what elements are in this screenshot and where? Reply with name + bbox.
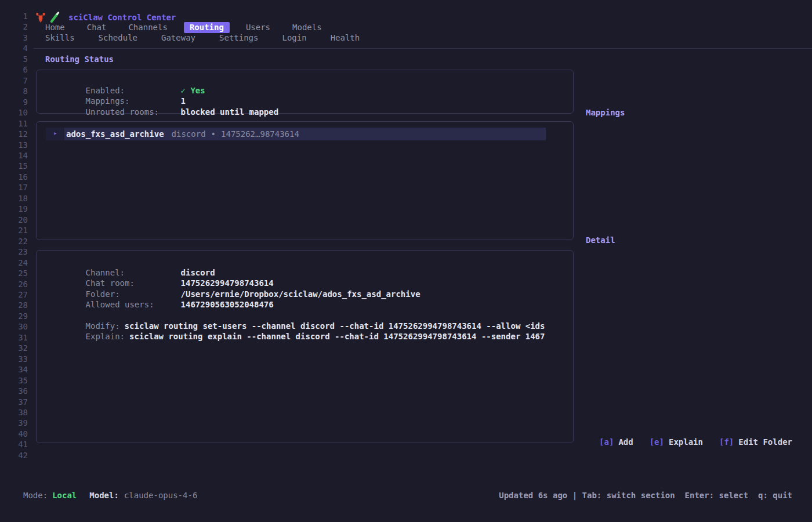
line-number: 21 <box>0 226 28 235</box>
detail-section-label: Detail <box>586 235 615 245</box>
selection-cursor-icon: ‣ <box>46 128 64 140</box>
nav-tab-skills[interactable]: Skills <box>45 32 75 44</box>
line-number: 20 <box>0 216 28 224</box>
nav-tab-chat[interactable]: Chat <box>87 22 107 33</box>
edit-folder-label: Edit Folder <box>738 437 792 447</box>
line-number: 42 <box>0 451 28 460</box>
line-number: 32 <box>0 344 28 353</box>
line-number: 30 <box>0 322 28 331</box>
mapping-name: ados_fxs_asd_archive <box>66 129 164 139</box>
line-number: 33 <box>0 355 28 364</box>
nav-tab-login[interactable]: Login <box>282 32 306 44</box>
line-number: 15 <box>0 162 28 171</box>
line-number: 25 <box>0 269 28 278</box>
line-number: 4 <box>0 44 28 53</box>
line-number: 13 <box>0 141 28 150</box>
nav-tab-health[interactable]: Health <box>331 32 360 44</box>
line-number: 6 <box>0 66 28 74</box>
line-number: 11 <box>0 119 28 128</box>
line-number: 34 <box>0 365 28 374</box>
lobster-icon <box>35 12 46 23</box>
line-number: 37 <box>0 398 28 407</box>
line-number-gutter: 1234567891011121314151617181920212223242… <box>0 0 28 522</box>
detail-box: Channel:discord Chat room:14752629947987… <box>36 250 574 443</box>
line-number: 38 <box>0 408 28 417</box>
mode-label: Mode: <box>23 491 48 500</box>
nav-tab-channels[interactable]: Channels <box>128 22 167 33</box>
add-label: Add <box>618 437 633 447</box>
add-key-hint: [a] <box>599 437 614 447</box>
status-value: blocked until mapped <box>181 107 279 117</box>
nav-row-1: Home Chat Channels Routing Users Models <box>45 22 322 33</box>
line-number: 10 <box>0 108 28 117</box>
line-number: 16 <box>0 173 28 182</box>
nav-divider <box>34 48 812 49</box>
add-button[interactable]: [a]Add <box>599 437 633 447</box>
explain-command-line: Explain:sciclaw routing explain --channe… <box>56 322 545 350</box>
line-number: 3 <box>0 34 28 42</box>
line-number: 29 <box>0 312 28 321</box>
line-number: 41 <box>0 440 28 449</box>
line-number: 26 <box>0 280 28 289</box>
detail-label: Allowed users: <box>86 300 181 309</box>
routing-status-heading: Routing Status <box>45 55 114 64</box>
nav-tab-gateway[interactable]: Gateway <box>161 32 195 44</box>
app-window: 1234567891011121314151617181920212223242… <box>0 0 812 522</box>
line-number: 1 <box>0 12 28 21</box>
line-number: 23 <box>0 248 28 256</box>
nav-tab-users[interactable]: Users <box>246 22 270 33</box>
nav-tab-settings[interactable]: Settings <box>219 32 258 44</box>
mappings-section-label: Mappings <box>586 108 625 117</box>
line-number: 40 <box>0 430 28 438</box>
line-number: 31 <box>0 334 28 342</box>
explain-button[interactable]: [e]Explain <box>650 437 703 447</box>
model-value: claude-opus-4-6 <box>124 491 197 500</box>
line-number: 28 <box>0 301 28 310</box>
status-bar-left: Mode:LocalModel:claude-opus-4-6 <box>23 490 197 501</box>
line-number: 24 <box>0 259 28 267</box>
command-text: sciclaw routing explain --channel discor… <box>129 332 545 341</box>
line-number: 22 <box>0 237 28 246</box>
edit-folder-button[interactable]: [f]Edit Folder <box>719 437 792 447</box>
app-title: sciClaw Control Center <box>68 13 176 22</box>
mapping-id-truncated: 1475262…98743614 <box>221 129 299 139</box>
line-number: 17 <box>0 183 28 192</box>
line-number: 27 <box>0 291 28 299</box>
status-bar: Mode:LocalModel:claude-opus-4-6 Updated … <box>23 490 792 501</box>
line-number: 35 <box>0 376 28 385</box>
nav-row-2: Skills Schedule Gateway Settings Login H… <box>45 32 360 44</box>
line-number: 36 <box>0 387 28 396</box>
line-number: 9 <box>0 98 28 107</box>
mode-value: Local <box>52 491 77 500</box>
line-number: 18 <box>0 194 28 203</box>
line-number: 2 <box>0 23 28 31</box>
routing-status-box: Enabled:✓ Yes Mappings:1 Unrouted rooms:… <box>36 70 574 114</box>
model-label: Model: <box>89 491 119 500</box>
nav-tab-home[interactable]: Home <box>45 22 65 33</box>
status-bar-hints: Updated 6s ago | Tab: switch section Ent… <box>499 490 792 501</box>
detail-value: 1467290563052048476 <box>181 300 274 309</box>
bullet-separator: • <box>211 129 216 139</box>
crayon-icon <box>49 12 61 23</box>
nav-tab-models[interactable]: Models <box>292 22 322 33</box>
line-number: 7 <box>0 77 28 85</box>
line-number: 5 <box>0 55 28 64</box>
line-number: 8 <box>0 87 28 96</box>
mappings-box: ‣ ados_fxs_asd_archivediscord•1475262…98… <box>36 121 574 240</box>
explain-label: Explain <box>669 437 703 447</box>
app-header: sciClaw Control Center <box>35 12 176 23</box>
mapping-row-body: ados_fxs_asd_archivediscord•1475262…9874… <box>64 128 546 140</box>
status-label: Unrouted rooms: <box>86 107 181 117</box>
mapping-channel: discord <box>172 129 206 139</box>
mapping-row-selected[interactable]: ‣ ados_fxs_asd_archivediscord•1475262…98… <box>46 128 546 140</box>
line-number: 12 <box>0 130 28 139</box>
line-number: 14 <box>0 151 28 160</box>
line-number: 39 <box>0 419 28 427</box>
edit-folder-key-hint: [f] <box>719 437 734 447</box>
command-label: Explain: <box>86 332 125 341</box>
action-hints: [a]Add [e]Explain [f]Edit Folder <box>599 437 792 447</box>
line-number: 19 <box>0 205 28 213</box>
nav-tab-routing[interactable]: Routing <box>184 22 230 33</box>
nav-tab-schedule[interactable]: Schedule <box>99 32 137 44</box>
explain-key-hint: [e] <box>650 437 664 447</box>
